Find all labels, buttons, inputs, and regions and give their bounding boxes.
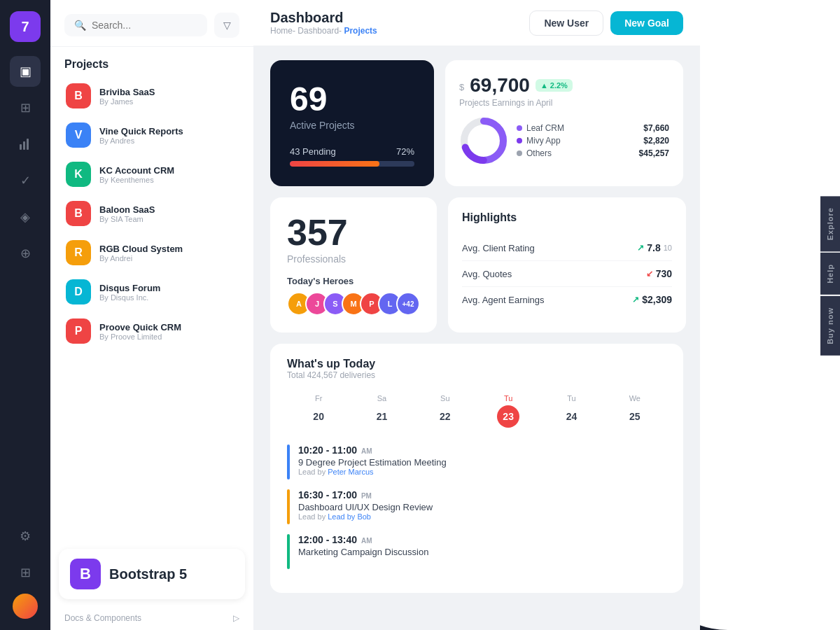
project-by-vine: By Andres xyxy=(99,136,183,145)
project-name-baloon: Baloon SaaS xyxy=(99,204,155,215)
donut-section: Leaf CRM Mivy App Others $7,660 xyxy=(459,116,669,165)
sidebar-item-briviba[interactable]: B Briviba SaaS By James xyxy=(59,76,245,115)
event-time-2: 16:30 - 17:00 PM xyxy=(298,489,666,500)
nav-icon-widget[interactable]: ⊞ xyxy=(10,557,41,588)
sidebar-item-baloon[interactable]: B Baloon SaaS By SIA Team xyxy=(59,194,245,233)
legend-label-mivy: Mivy App xyxy=(526,136,561,146)
nav-icon-dashboard[interactable]: ▣ xyxy=(10,56,41,87)
card-calendar: What's up Today Total 424,567 deliveries… xyxy=(270,344,683,593)
event-title-2: Dashboard UI/UX Design Review xyxy=(298,502,666,512)
new-user-button[interactable]: New User xyxy=(529,10,603,36)
highlight-earnings: Avg. Agent Earnings ↗$2,309 xyxy=(462,287,672,312)
event-content-2: 16:30 - 17:00 PM Dashboard UI/UX Design … xyxy=(298,489,666,521)
right-panel: Explore Help Buy now Report Cecnter View… xyxy=(700,0,840,630)
cal-day-25[interactable]: We 25 xyxy=(603,388,666,433)
projects-title: Projects xyxy=(50,47,253,76)
highlight-name-earnings: Avg. Agent Earnings xyxy=(462,295,545,305)
event-border-2 xyxy=(287,489,290,524)
svg-rect-1 xyxy=(23,141,25,150)
event-lead-link-2[interactable]: Lead by Bob xyxy=(328,512,371,521)
topbar-actions: New User New Goal xyxy=(529,10,683,36)
event-lead-link-1[interactable]: Peter Marcus xyxy=(328,468,373,476)
legend-label-leaf: Leaf CRM xyxy=(526,123,564,133)
bootstrap-name: Bootstrap 5 xyxy=(109,566,187,582)
calendar-subtitle: Total 424,567 deliveries xyxy=(287,370,666,380)
professionals-row: 357 Professionals Today's Heroes A J S M… xyxy=(270,197,683,332)
user-avatar[interactable] xyxy=(13,594,38,619)
side-tab-buy-now[interactable]: Buy now xyxy=(820,296,840,356)
page-title: Dashboard xyxy=(270,10,377,26)
event-content-1: 10:20 - 11:00 AM 9 Degree Project Estima… xyxy=(298,444,666,476)
sidebar-header: 🔍 ▽ xyxy=(50,0,253,47)
project-logo-proove: P xyxy=(66,318,91,344)
project-logo-baloon: B xyxy=(66,201,91,226)
professionals-label: Professionals xyxy=(287,253,420,265)
cal-day-22[interactable]: Su 22 xyxy=(414,388,477,433)
nav-icon-settings[interactable]: ⚙ xyxy=(10,521,41,552)
progress-info: 43 Pending 72% xyxy=(290,146,414,157)
hero-avatar-more: +42 xyxy=(396,292,420,316)
stats-row: 69 Active Projects 43 Pending 72% $ xyxy=(270,60,683,186)
highlight-val-earnings: ↗$2,309 xyxy=(632,294,672,305)
calendar-header: What's up Today Total 424,567 deliveries xyxy=(287,358,666,380)
highlight-quotes: Avg. Quotes ↙730 xyxy=(462,261,672,287)
cal-day-23-today[interactable]: Tu 23 xyxy=(477,388,540,433)
nav-icon-briefcase[interactable]: ⊕ xyxy=(10,238,41,269)
new-goal-button[interactable]: New Goal xyxy=(610,11,683,35)
nav-icon-check[interactable]: ✓ xyxy=(10,165,41,196)
nav-icon-layers[interactable]: ◈ xyxy=(10,202,41,232)
nav-avatar[interactable]: 7 xyxy=(10,11,41,42)
card-highlights: Highlights Avg. Client Rating ↗7.8 10 Av… xyxy=(448,197,686,332)
search-input[interactable] xyxy=(92,20,197,31)
project-by-proove: By Proove Limited xyxy=(99,332,181,341)
calendar-days[interactable]: Fr 20 Sa 21 Su 22 Tu 23 Tu 24 xyxy=(287,388,666,433)
nav-icon-grid[interactable]: ⊞ xyxy=(10,92,41,123)
legend-others: Others xyxy=(517,148,631,158)
donut-legend: Leaf CRM Mivy App Others xyxy=(517,123,631,158)
bootstrap-card[interactable]: B Bootstrap 5 xyxy=(59,549,245,599)
cal-day-24[interactable]: Tu 24 xyxy=(540,388,603,433)
project-name-proove: Proove Quick CRM xyxy=(99,322,181,332)
highlight-client-rating: Avg. Client Rating ↗7.8 10 xyxy=(462,235,672,261)
card-active-projects: 69 Active Projects 43 Pending 72% xyxy=(270,60,434,186)
event-2: 16:30 - 17:00 PM Dashboard UI/UX Design … xyxy=(287,489,666,524)
search-box[interactable]: 🔍 xyxy=(64,14,207,36)
topbar-left: Dashboard Home- Dashboard- Projects xyxy=(270,10,377,36)
cal-day-20[interactable]: Fr 20 xyxy=(287,388,350,433)
filter-button[interactable]: ▽ xyxy=(214,13,239,38)
progress-bar-fill xyxy=(290,161,379,167)
side-tab-explore[interactable]: Explore xyxy=(820,196,840,251)
project-by-disqus: By Disqus Inc. xyxy=(99,293,160,302)
nav-icon-chart[interactable] xyxy=(10,129,41,160)
legend-mivy-app: Mivy App xyxy=(517,136,631,146)
side-tab-help[interactable]: Help xyxy=(820,253,840,295)
event-lead-2: Lead by Lead by Bob xyxy=(298,512,666,521)
sidebar-item-kc[interactable]: K KC Account CRM By Keenthemes xyxy=(59,155,245,194)
sidebar-item-proove[interactable]: P Proove Quick CRM By Proove Limited xyxy=(59,312,245,351)
earnings-amount: $ 69,700 ▲ 2.2% xyxy=(459,74,669,97)
breadcrumb: Home- Dashboard- Projects xyxy=(270,26,377,36)
legend-leaf-crm: Leaf CRM xyxy=(517,123,631,133)
sidebar-item-disqus[interactable]: D Disqus Forum By Disqus Inc. xyxy=(59,272,245,312)
card-professionals: 357 Professionals Today's Heroes A J S M… xyxy=(270,197,437,332)
sidebar-item-vine[interactable]: V Vine Quick Reports By Andres xyxy=(59,115,245,155)
project-logo-vine: V xyxy=(66,122,91,148)
donut-chart xyxy=(459,116,508,165)
event-1: 10:20 - 11:00 AM 9 Degree Project Estima… xyxy=(287,444,666,479)
highlight-name-client: Avg. Client Rating xyxy=(462,243,535,253)
legend-label-others: Others xyxy=(526,148,552,158)
pending-count: 43 Pending xyxy=(290,146,336,157)
project-name-disqus: Disqus Forum xyxy=(99,283,160,293)
event-content-3: 12:00 - 13:40 AM Marketing Campaign Disc… xyxy=(298,534,666,557)
event-time-1: 10:20 - 11:00 AM xyxy=(298,444,666,456)
legend-values: $7,660 $2,820 $45,257 xyxy=(639,123,669,158)
progress-section: 43 Pending 72% xyxy=(290,146,414,167)
left-navigation: 7 ▣ ⊞ ✓ ◈ ⊕ ⚙ ⊞ xyxy=(0,0,50,630)
sidebar-item-rgb[interactable]: R RGB Cloud System By Andrei xyxy=(59,233,245,272)
legend-val-mivy: $2,820 xyxy=(643,136,669,146)
sidebar: 🔍 ▽ Projects B Briviba SaaS By James V V… xyxy=(50,0,253,630)
bootstrap-logo: B xyxy=(70,559,101,589)
cal-day-21[interactable]: Sa 21 xyxy=(350,388,413,433)
project-logo-disqus: D xyxy=(66,279,91,304)
highlight-val-quotes: ↙730 xyxy=(646,268,672,279)
